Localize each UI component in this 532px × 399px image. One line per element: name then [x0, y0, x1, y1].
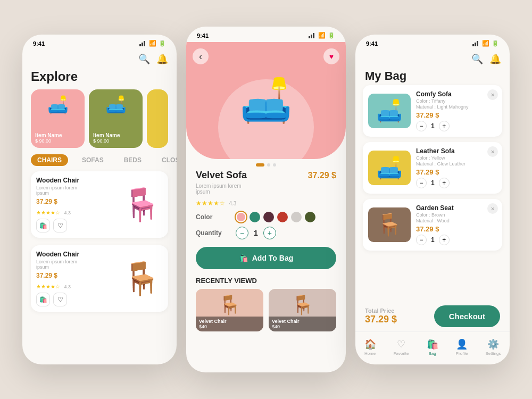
dot-1[interactable] — [256, 163, 264, 167]
featured-cards: 🛋️ Item Name $ 90.00 🛋️ Item Name $ 90.0… — [22, 89, 177, 154]
quantity-label: Quantity — [196, 229, 230, 237]
checkout-button[interactable]: Checkout — [434, 305, 500, 327]
bag-decrease-2[interactable]: − — [416, 178, 427, 188]
nav-home[interactable]: 🏠 Home — [359, 336, 381, 358]
color-swatch-red[interactable] — [277, 212, 288, 222]
nav-bag[interactable]: 🛍️ Bag — [421, 336, 444, 358]
product-rating-1: ★★★★☆ 4.3 — [36, 207, 120, 217]
bag-qty-1: 1 — [431, 122, 435, 130]
product-item-2[interactable]: Wooden Chair Lorem ipsum loremipsum 37.2… — [31, 245, 168, 312]
total-section: Total Price 37.29 $ — [365, 307, 397, 325]
quantity-control: − 1 + — [236, 227, 276, 239]
product-info-2: Wooden Chair Lorem ipsum loremipsum 37.2… — [36, 251, 120, 306]
explore-header: 🔍 🔔 — [22, 50, 177, 65]
color-swatch-pink[interactable] — [236, 212, 246, 222]
notification-button-1[interactable]: 🔔 — [156, 53, 168, 65]
color-swatch-darkgreen[interactable] — [305, 212, 315, 222]
search-button-1[interactable]: 🔍 — [138, 53, 150, 65]
category-tabs: CHAIRS SOFAS BEDS CLOSE — [22, 154, 177, 171]
add-to-bag-button[interactable]: 🛍️ Add To Bag — [196, 247, 336, 269]
product-item-1[interactable]: Wooden Chair Lorem ipsum loremipsum 37.2… — [31, 171, 168, 238]
bag-material-1: Material : Light Mahogny — [416, 104, 497, 110]
featured-price-1: $ 90.00 — [35, 138, 62, 144]
signal-icon-2 — [309, 33, 316, 38]
time-2: 9:41 — [197, 32, 209, 39]
quantity-increase-button[interactable]: + — [263, 227, 276, 239]
color-swatch-gray[interactable] — [291, 212, 302, 222]
bag-color-3: Color : Brown — [416, 212, 497, 218]
product-desc-1: Lorem ipsum loremipsum — [36, 185, 120, 196]
battery-icon: 🔋 — [159, 40, 166, 47]
fav-button-1[interactable]: ♡ — [53, 219, 67, 232]
remove-item-2[interactable]: ✕ — [487, 146, 498, 157]
product-name-2: Wooden Chair — [36, 251, 120, 258]
fav-button-2[interactable]: ♡ — [53, 293, 67, 306]
color-swatch-maroon[interactable] — [263, 212, 274, 222]
product-desc-2: Lorem ipsum loremipsum — [36, 259, 120, 270]
color-option-row: Color — [196, 212, 336, 222]
featured-card-2[interactable]: 🛋️ Item Name $ 90.00 — [89, 89, 143, 148]
product-name-1: Wooden Chair — [36, 177, 120, 184]
status-bar-3: 9:41 📶 🔋 — [355, 35, 510, 50]
color-label: Color — [196, 213, 230, 221]
tab-beds[interactable]: BEDS — [118, 154, 148, 166]
quantity-decrease-button[interactable]: − — [236, 227, 248, 239]
stars-icon-2: ★★★★☆ — [36, 284, 60, 289]
tab-chairs[interactable]: CHAIRS — [31, 154, 68, 166]
dot-3[interactable] — [273, 163, 276, 167]
featured-card-1[interactable]: 🛋️ Item Name $ 90.00 — [31, 89, 85, 148]
bag-increase-1[interactable]: + — [439, 121, 450, 131]
bag-item-2: 🛋️ Leather Sofa Color : Yellow Material … — [363, 142, 502, 194]
recent-img-1: 🪑 — [218, 294, 242, 316]
recent-card-1[interactable]: 🪑 Velvet Chair $40 — [196, 289, 263, 331]
bag-qty-row-2: − 1 + — [416, 178, 497, 188]
back-button[interactable]: ‹ — [193, 48, 209, 64]
product-detail-price: 37.29 $ — [308, 171, 336, 180]
nav-home-label: Home — [364, 351, 376, 356]
bag-item-3: 🪑 Garden Seat Color : Brown Material : W… — [363, 199, 502, 251]
featured-label-1: Item Name — [35, 132, 62, 138]
featured-price-2: $ 90.00 — [93, 138, 120, 144]
settings-icon: ⚙️ — [487, 338, 499, 350]
cart-button-2[interactable]: 🛍️ — [36, 293, 50, 306]
bag-material-3: Material : Wood — [416, 218, 497, 223]
svg-rect-1 — [142, 43, 143, 46]
cart-button-1[interactable]: 🛍️ — [36, 219, 50, 232]
search-button-3[interactable]: 🔍 — [471, 53, 483, 65]
recently-viewed-label: RECENTLY VIEWD — [186, 277, 346, 289]
product-rating-2: ★★★★☆ 4.3 — [36, 281, 120, 290]
nav-favorite[interactable]: ♡ Favorite — [388, 336, 414, 358]
recent-card-2[interactable]: 🪑 Velvet Chair $40 — [269, 289, 336, 331]
product-actions-1: 🛍️ ♡ — [36, 219, 120, 232]
recent-name-2: Velvet Chair — [272, 319, 333, 324]
remove-item-3[interactable]: ✕ — [487, 203, 498, 214]
svg-rect-6 — [472, 44, 474, 46]
bag-increase-3[interactable]: + — [439, 235, 450, 245]
battery-icon-3: 🔋 — [492, 40, 499, 47]
svg-rect-7 — [475, 43, 476, 46]
favorite-button[interactable]: ♥ — [323, 48, 339, 64]
product-detail-desc: Lorem ipsum loremipsum — [196, 183, 336, 195]
bag-decrease-1[interactable]: − — [416, 121, 427, 131]
dot-2[interactable] — [267, 163, 270, 167]
tab-sofas[interactable]: SOFAS — [76, 154, 110, 166]
bag-price-2: 37.29 $ — [416, 168, 497, 176]
quantity-value: 1 — [254, 229, 258, 237]
remove-item-1[interactable]: ✕ — [487, 89, 498, 100]
nav-settings[interactable]: ⚙️ Settings — [480, 336, 506, 358]
time-3: 9:41 — [366, 40, 378, 47]
svg-rect-0 — [139, 44, 141, 46]
rating-value-2: 4.3 — [64, 284, 71, 289]
bag-increase-2[interactable]: + — [439, 178, 450, 188]
bag-decrease-3[interactable]: − — [416, 235, 427, 245]
wifi-icon-2: 📶 — [318, 32, 326, 39]
notification-button-3[interactable]: 🔔 — [489, 53, 501, 65]
nav-profile[interactable]: 👤 Profile — [451, 336, 473, 358]
recent-img-2: 🪑 — [291, 294, 314, 316]
featured-card-3[interactable] — [147, 89, 168, 148]
recent-price-2: $40 — [272, 324, 333, 329]
color-swatch-teal[interactable] — [250, 212, 260, 222]
phone-explore: 9:41 📶 🔋 🔍 🔔 Explore 🛋️ Item Name $ 90.0… — [22, 35, 177, 364]
tab-close[interactable]: CLOSE — [155, 154, 177, 166]
bag-qty-row-1: − 1 + — [416, 121, 497, 131]
